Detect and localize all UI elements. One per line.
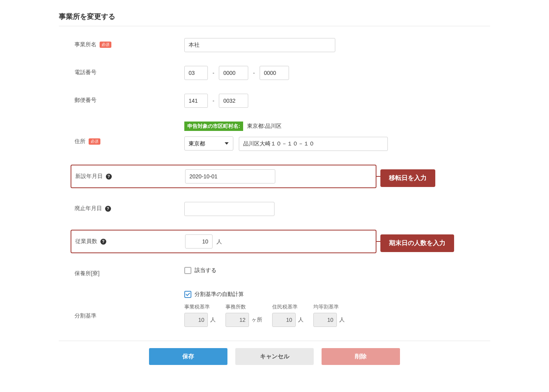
- city-badge: 申告対象の市区町村名:: [184, 122, 243, 131]
- callout-line-1: [376, 176, 380, 177]
- tel1-input[interactable]: [184, 66, 208, 80]
- row-new-date: 新設年月日 ?: [71, 165, 376, 188]
- callout-employees: 期末日の人数を入力: [380, 234, 454, 252]
- unit-person-4: 人: [339, 316, 345, 323]
- row-employees: 従業員数 ? 人: [71, 230, 376, 253]
- label-office-name-text: 事業所名: [75, 41, 96, 47]
- tel-sep1: -: [213, 70, 215, 76]
- callout-new-date: 移転日を入力: [380, 169, 435, 187]
- cancel-button[interactable]: キャンセル: [235, 348, 314, 365]
- unit-person-1: 人: [210, 316, 216, 323]
- new-date-input[interactable]: [185, 169, 275, 183]
- page-title: 事業所を変更する: [59, 12, 490, 26]
- unit-person: 人: [216, 238, 222, 245]
- unit-person-3: 人: [298, 316, 304, 323]
- help-icon[interactable]: ?: [105, 206, 111, 212]
- unit-place: ヶ所: [251, 316, 262, 323]
- check-icon: [185, 292, 190, 296]
- dorm-checkbox[interactable]: [184, 267, 191, 274]
- row-postal: 郵便番号 -: [59, 94, 490, 108]
- row-phone: 電話番号 - -: [59, 66, 490, 80]
- autocalc-checkbox-wrap[interactable]: 分割基準の自動計算: [184, 291, 490, 298]
- label-abolish-date-text: 廃止年月日: [75, 205, 102, 211]
- required-badge: 必須: [100, 42, 111, 48]
- label-phone: 電話番号: [59, 66, 184, 76]
- label-employees-text: 従業員数: [75, 238, 97, 244]
- address-rest-input[interactable]: [239, 137, 388, 151]
- row-address: 住所 必須 申告対象の市区町村名: 東京都:品川区 東京都: [59, 122, 490, 151]
- label-new-date-text: 新設年月日: [75, 173, 103, 179]
- dorm-checkbox-wrap[interactable]: 該当する: [184, 267, 490, 274]
- split-label-3: 住民税基準: [272, 303, 304, 310]
- zip2-input[interactable]: [219, 94, 248, 108]
- split-item-4: 均等割基準 人: [313, 303, 345, 327]
- save-button[interactable]: 保存: [149, 348, 227, 365]
- tel3-input[interactable]: [260, 66, 289, 80]
- label-address: 住所 必須: [59, 122, 184, 145]
- row-dorm: 保養所[寮] 該当する: [59, 267, 490, 277]
- tel-sep2: -: [253, 70, 255, 76]
- split-input-3: [272, 313, 296, 327]
- split-input-4: [313, 313, 337, 327]
- autocalc-checkbox[interactable]: [184, 291, 191, 298]
- split-input-2: [225, 313, 249, 327]
- zip1-input[interactable]: [184, 94, 208, 108]
- row-abolish-date: 廃止年月日 ?: [59, 202, 490, 216]
- tel2-input[interactable]: [219, 66, 248, 80]
- help-icon[interactable]: ?: [106, 174, 112, 180]
- split-item-3: 住民税基準 人: [272, 303, 304, 327]
- delete-button[interactable]: 削除: [322, 348, 400, 365]
- label-address-text: 住所: [75, 138, 85, 144]
- row-split: 分割基準 分割基準の自動計算 事業税基準 人 事務所数: [59, 291, 490, 327]
- employees-input[interactable]: [185, 234, 213, 249]
- required-badge-2: 必須: [89, 138, 100, 145]
- city-value: 東京都:品川区: [247, 123, 282, 130]
- row-office-name: 事業所名 必須: [59, 38, 490, 52]
- label-new-date: 新設年月日 ?: [71, 173, 185, 180]
- split-label-1: 事業税基準: [184, 303, 216, 310]
- label-employees: 従業員数 ?: [71, 238, 185, 245]
- prefecture-select[interactable]: 東京都: [184, 136, 233, 151]
- help-icon[interactable]: ?: [100, 239, 106, 245]
- label-abolish-date: 廃止年月日 ?: [59, 202, 184, 212]
- label-dorm: 保養所[寮]: [59, 267, 184, 277]
- label-split: 分割基準: [59, 291, 184, 319]
- prefecture-select-wrap: 東京都: [184, 136, 233, 151]
- split-input-1: [184, 313, 208, 327]
- split-item-2: 事務所数 ヶ所: [225, 303, 262, 327]
- footer-bar: 保存 キャンセル 削除: [59, 341, 490, 365]
- label-office-name: 事業所名 必須: [59, 38, 184, 48]
- split-label-2: 事務所数: [225, 303, 262, 310]
- abolish-date-input[interactable]: [184, 202, 274, 216]
- autocalc-checkbox-label: 分割基準の自動計算: [195, 291, 244, 298]
- split-item-1: 事業税基準 人: [184, 303, 216, 327]
- callout-line-2: [376, 241, 380, 242]
- office-name-input[interactable]: [184, 38, 335, 52]
- zip-sep: -: [213, 98, 215, 104]
- split-label-4: 均等割基準: [313, 303, 345, 310]
- label-postal: 郵便番号: [59, 94, 184, 104]
- dorm-checkbox-label: 該当する: [195, 267, 216, 274]
